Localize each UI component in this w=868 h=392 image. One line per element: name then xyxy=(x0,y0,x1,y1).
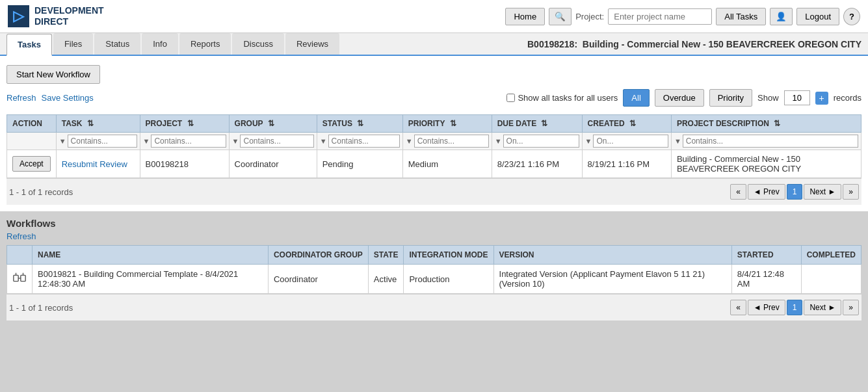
col-wf-started[interactable]: STARTED xyxy=(731,246,801,265)
project-input[interactable] xyxy=(608,8,712,25)
logout-button[interactable]: Logout xyxy=(796,8,839,25)
workflows-next-page-button[interactable]: Next ► xyxy=(804,300,841,315)
col-due-date[interactable]: DUE DATE ⇅ xyxy=(492,115,582,133)
sort-group-icon[interactable]: ⇅ xyxy=(268,119,273,124)
workflows-page-1-button[interactable]: 1 xyxy=(787,300,803,315)
sort-due-date-icon[interactable]: ⇅ xyxy=(541,119,546,124)
all-filter-button[interactable]: All xyxy=(623,89,649,107)
project-title: B00198218: Building - Commercial New - 1… xyxy=(527,34,861,55)
search-icon-button[interactable]: 🔍 xyxy=(549,8,572,25)
tab-tasks[interactable]: Tasks xyxy=(7,34,52,56)
workflow-state: Active xyxy=(368,265,404,294)
workflows-pagination: 1 - 1 of 1 records « ◄ Prev 1 Next ► » xyxy=(7,294,861,320)
filter-description-input[interactable] xyxy=(683,135,858,148)
sort-project-icon[interactable]: ⇅ xyxy=(187,119,192,124)
workflows-table: NAME COORDINATOR GROUP STATE INTEGRATION… xyxy=(7,245,861,294)
tasks-next-page-button[interactable]: Next ► xyxy=(804,184,841,200)
user-icon-button[interactable]: 👤 xyxy=(770,8,793,25)
workflow-coordinator-group: Coordinator xyxy=(268,265,368,294)
show-all-tasks-label[interactable]: Show all tasks for all users xyxy=(506,93,618,103)
tasks-records-count: 1 - 1 of 1 records xyxy=(9,187,73,197)
logo-box: ▷ xyxy=(8,5,29,27)
filter-description[interactable]: ▼ xyxy=(671,133,861,150)
filter-due-date[interactable]: ▼ xyxy=(492,133,582,150)
filter-group-input[interactable] xyxy=(240,135,313,148)
filter-due-date-input[interactable] xyxy=(503,135,579,148)
workflows-last-page-button[interactable]: » xyxy=(843,300,859,315)
col-priority[interactable]: PRIORITY ⇅ xyxy=(402,115,492,133)
sort-created-icon[interactable]: ⇅ xyxy=(629,119,635,124)
project-id: B00198218: xyxy=(527,39,577,49)
task-link[interactable]: Resubmit Review xyxy=(62,159,127,169)
sort-status-icon[interactable]: ⇅ xyxy=(357,119,362,124)
sort-priority-icon[interactable]: ⇅ xyxy=(450,119,455,124)
save-settings-button[interactable]: Save Settings xyxy=(42,93,94,103)
filter-project[interactable]: ▼ xyxy=(140,133,229,150)
help-icon-button[interactable]: ? xyxy=(843,8,860,25)
tab-reports[interactable]: Reports xyxy=(179,33,231,55)
col-project[interactable]: PROJECT ⇅ xyxy=(140,115,229,133)
row-created: 8/19/21 1:16 PM xyxy=(582,150,671,178)
start-workflow-button[interactable]: Start New Workflow xyxy=(7,65,100,84)
col-wf-state[interactable]: STATE xyxy=(368,246,404,265)
workflows-refresh-button[interactable]: Refresh xyxy=(7,231,36,241)
show-input[interactable] xyxy=(784,90,810,105)
svg-rect-1 xyxy=(21,275,25,281)
col-group[interactable]: GROUP ⇅ xyxy=(229,115,317,133)
workflow-name: B0019821 - Building Commercial Template … xyxy=(33,265,269,294)
tab-files[interactable]: Files xyxy=(53,33,93,55)
header-right: Home 🔍 Project: All Tasks 👤 Logout ? xyxy=(505,8,860,25)
col-wf-version[interactable]: VERSION xyxy=(493,246,731,265)
filter-priority[interactable]: ▼ xyxy=(402,133,492,150)
tab-reviews[interactable]: Reviews xyxy=(285,33,339,55)
tab-info[interactable]: Info xyxy=(142,33,178,55)
increment-show-button[interactable]: + xyxy=(815,92,828,105)
col-task[interactable]: TASK ⇅ xyxy=(56,115,140,133)
filter-created-input[interactable] xyxy=(593,135,668,148)
sort-desc-icon[interactable]: ⇅ xyxy=(774,119,779,124)
filter-task-input[interactable] xyxy=(68,135,137,148)
filter-action xyxy=(7,133,57,150)
workflows-first-page-button[interactable]: « xyxy=(730,300,746,315)
row-group: Coordinator xyxy=(229,150,317,178)
tasks-prev-page-button[interactable]: ◄ Prev xyxy=(748,184,785,200)
filter-group[interactable]: ▼ xyxy=(229,133,317,150)
workflows-page-controls: « ◄ Prev 1 Next ► » xyxy=(730,300,859,315)
priority-filter-button[interactable]: Priority xyxy=(709,89,752,107)
workflows-prev-page-button[interactable]: ◄ Prev xyxy=(748,300,785,315)
col-status[interactable]: STATUS ⇅ xyxy=(317,115,402,133)
filter-project-input[interactable] xyxy=(151,135,226,148)
filter-task-icon: ▼ xyxy=(59,137,66,145)
col-created[interactable]: CREATED ⇅ xyxy=(582,115,671,133)
tasks-section: Start New Workflow Refresh Save Settings… xyxy=(0,56,868,211)
workflow-version: Integrated Version (Applicant Payment El… xyxy=(493,265,731,294)
filter-status-input[interactable] xyxy=(328,135,400,148)
col-description[interactable]: PROJECT DESCRIPTION ⇅ xyxy=(671,115,861,133)
tasks-refresh-button[interactable]: Refresh xyxy=(7,93,36,103)
show-all-tasks-checkbox[interactable] xyxy=(506,94,515,102)
logo-text: DEVELOPMENT DIRECT xyxy=(34,5,104,27)
filter-priority-input[interactable] xyxy=(414,135,489,148)
table-row: Accept Resubmit Review B00198218 Coordin… xyxy=(7,150,861,178)
header: ▷ DEVELOPMENT DIRECT Home 🔍 Project: All… xyxy=(0,0,868,33)
tab-status[interactable]: Status xyxy=(94,33,140,55)
overdue-filter-button[interactable]: Overdue xyxy=(655,89,704,107)
filter-created[interactable]: ▼ xyxy=(582,133,671,150)
col-wf-coordinator-group[interactable]: COORDINATOR GROUP xyxy=(268,246,368,265)
filter-task[interactable]: ▼ xyxy=(56,133,140,150)
tasks-page-1-button[interactable]: 1 xyxy=(787,184,803,200)
tasks-first-page-button[interactable]: « xyxy=(730,184,746,200)
tab-discuss[interactable]: Discuss xyxy=(232,33,284,55)
accept-button[interactable]: Accept xyxy=(12,156,51,172)
row-due-date: 8/23/21 1:16 PM xyxy=(492,150,582,178)
sort-task-icon[interactable]: ⇅ xyxy=(87,119,92,124)
all-tasks-button[interactable]: All Tasks xyxy=(716,8,766,25)
home-button[interactable]: Home xyxy=(505,8,545,25)
workflow-icon xyxy=(12,278,27,287)
col-wf-completed[interactable]: COMPLETED xyxy=(801,246,861,265)
tasks-last-page-button[interactable]: » xyxy=(843,184,859,200)
workflow-integration-mode: Production xyxy=(404,265,493,294)
filter-status[interactable]: ▼ xyxy=(317,133,402,150)
col-wf-name[interactable]: NAME xyxy=(33,246,269,265)
col-wf-integration-mode[interactable]: INTEGRATION MODE xyxy=(404,246,493,265)
